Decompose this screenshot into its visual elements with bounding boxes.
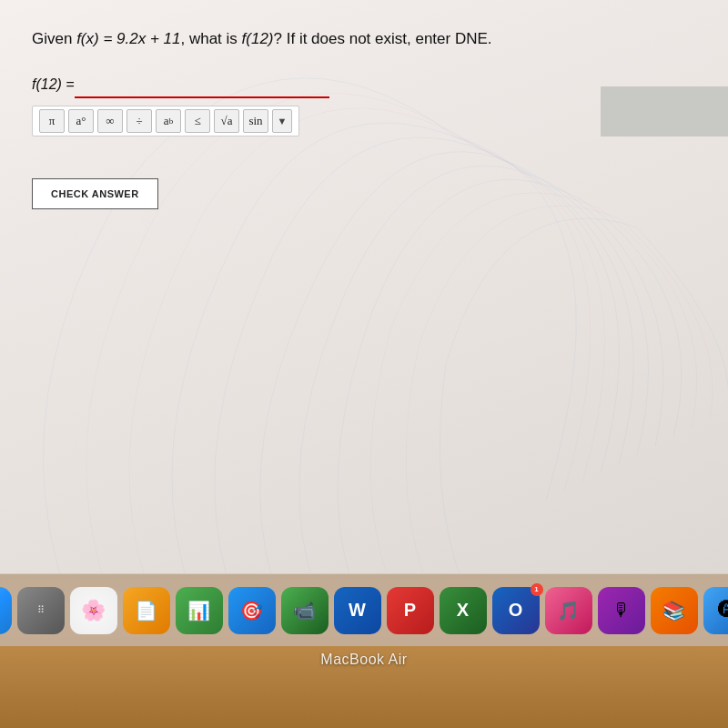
dock-icon-outlook[interactable]: O 1 <box>492 587 540 634</box>
sin-button[interactable]: sin <box>243 109 268 133</box>
question-middle: , what is <box>180 30 241 47</box>
answer-input-row: f(12) = <box>32 76 696 98</box>
answer-label: f(12) = <box>32 76 75 93</box>
powerpoint-icon: P <box>404 600 416 621</box>
infinity-button[interactable]: ∞ <box>97 109 123 133</box>
dock-icon-appstore[interactable]: 🅐 1 <box>703 587 729 634</box>
word-icon: W <box>349 600 366 621</box>
function-definition: f(x) = 9.2x + 11 <box>76 30 180 47</box>
dock-icon-podcasts[interactable]: 🎙 <box>598 587 645 634</box>
dock-icon-word[interactable]: W <box>334 587 381 634</box>
answer-input[interactable] <box>75 76 329 98</box>
dock-icon-launchpad[interactable]: ⠿ <box>17 587 65 634</box>
books-icon: 📚 <box>662 600 685 622</box>
question-text: Given f(x) = 9.2x + 11, what is f(12)? I… <box>32 27 696 51</box>
photos-icon: 🌸 <box>81 599 106 622</box>
math-toolbar: π a° ∞ ÷ ab ≤ √a sin ▼ <box>32 106 299 136</box>
dock-icon-keynote[interactable]: 🎯 <box>228 587 276 634</box>
appstore-icon: 🅐 <box>718 600 729 621</box>
dock-icon-numbers[interactable]: 📊 <box>176 587 223 634</box>
dock-icon-excel[interactable]: X <box>440 587 487 634</box>
keynote-icon: 🎯 <box>240 600 263 622</box>
function-query: f(12) <box>242 30 274 47</box>
question-prefix: Given <box>32 30 76 47</box>
excel-icon: X <box>457 600 469 621</box>
superscript-button[interactable]: ab <box>156 109 181 133</box>
dots-icon: ⠿ <box>37 604 45 616</box>
pages-icon: 📄 <box>135 600 157 622</box>
dock-icon-photos[interactable]: 🌸 <box>70 587 117 634</box>
dock-icon-pages[interactable]: 📄 <box>123 587 170 634</box>
dock-bar: 24 🔵 ⠿ 🌸 📄 📊 🎯 <box>0 573 728 646</box>
dock-icon-finder[interactable]: 🔵 <box>0 587 12 634</box>
dock-icon-music[interactable]: 🎵 <box>545 587 592 634</box>
sqrt-button[interactable]: √a <box>214 109 239 133</box>
outlook-icon: O <box>509 600 523 621</box>
answer-area: f(12) = π a° ∞ ÷ ab ≤ √a sin ▼ <box>32 76 696 136</box>
leq-button[interactable]: ≤ <box>185 109 210 133</box>
macbook-label: MacBook Air <box>320 652 407 668</box>
divide-button[interactable]: ÷ <box>126 109 152 133</box>
numbers-icon: 📊 <box>187 600 210 622</box>
check-answer-button[interactable]: CHECK ANSWER <box>32 178 158 209</box>
outlook-notification-badge: 1 <box>531 583 543 596</box>
music-icon: 🎵 <box>557 600 580 622</box>
dock-icon-books[interactable]: 📚 <box>651 587 698 634</box>
question-suffix: ? If it does not exist, enter DNE. <box>274 30 492 47</box>
podcasts-icon: 🎙 <box>612 600 631 621</box>
degree-button[interactable]: a° <box>68 109 94 133</box>
dock-icons: 24 🔵 ⠿ 🌸 📄 📊 🎯 <box>0 587 728 634</box>
dock-icon-powerpoint[interactable]: P <box>387 587 434 634</box>
facetime-icon: 📹 <box>293 600 316 622</box>
main-content: .swirl-line { fill: none; stroke: rgba(1… <box>0 0 728 573</box>
macos-dock-wrapper: 24 🔵 ⠿ 🌸 📄 📊 🎯 <box>0 573 728 728</box>
dock-icon-facetime[interactable]: 📹 <box>281 587 329 634</box>
pi-button[interactable]: π <box>39 109 65 133</box>
toolbar-more-dropdown[interactable]: ▼ <box>272 109 292 133</box>
